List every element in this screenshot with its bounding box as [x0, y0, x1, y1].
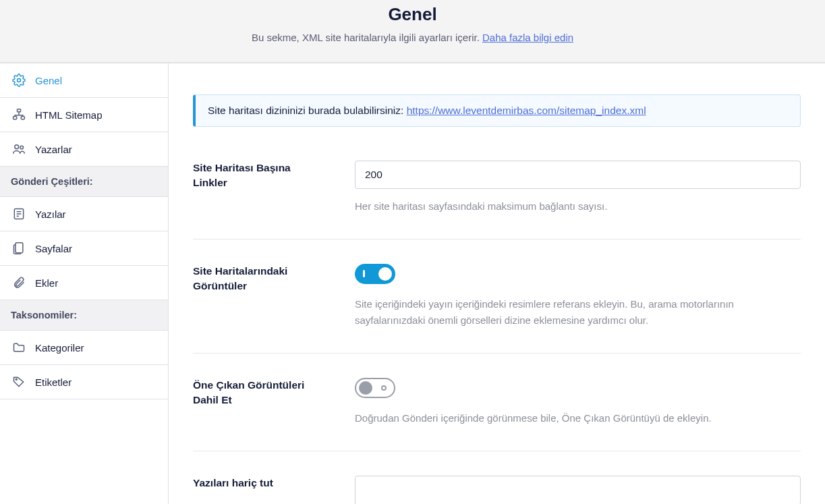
sidebar-item-label: Sayfalar	[35, 243, 72, 254]
setting-label: Öne Çıkan Görüntüleri Dahil Et	[193, 378, 314, 426]
page-title: Genel	[13, 4, 812, 25]
sidebar-item-authors[interactable]: Yazarlar	[0, 132, 168, 167]
sidebar-item-label: Yazılar	[35, 208, 66, 220]
sidebar-item-general[interactable]: Genel	[0, 63, 168, 98]
sidebar-item-categories[interactable]: Kategoriler	[0, 331, 168, 365]
sidebar: Genel HTML Sitemap Yazarlar Gönderi Çeşi…	[0, 63, 169, 504]
links-per-sitemap-input[interactable]	[355, 161, 801, 189]
svg-rect-1	[18, 109, 21, 112]
setting-exclude-posts: Yazıları hariç tut	[193, 476, 801, 504]
svg-point-5	[20, 146, 24, 149]
page-header: Genel Bu sekme, XML site haritalarıyla i…	[0, 0, 825, 63]
sidebar-item-label: Yazarlar	[35, 144, 72, 155]
sidebar-item-posts[interactable]: Yazılar	[0, 197, 168, 231]
sidebar-item-label: HTML Sitemap	[35, 109, 102, 121]
folder-icon	[12, 341, 26, 354]
sidebar-item-pages[interactable]: Sayfalar	[0, 231, 168, 266]
sidebar-item-label: Etiketler	[35, 376, 72, 388]
sidebar-item-html-sitemap[interactable]: HTML Sitemap	[0, 98, 168, 132]
sidebar-item-attachments[interactable]: Ekler	[0, 266, 168, 300]
sidebar-header-taxonomies: Taksonomiler:	[0, 300, 168, 331]
sidebar-header-post-types: Gönderi Çeşitleri:	[0, 167, 168, 197]
tag-icon	[12, 375, 26, 389]
setting-links-per-sitemap: Site Haritası Başına Linkler Her site ha…	[193, 161, 801, 240]
setting-desc: Site içeriğindeki yayın içeriğindeki res…	[355, 296, 801, 329]
featured-images-toggle[interactable]	[355, 378, 395, 398]
sitemap-icon	[12, 108, 26, 121]
setting-sitemap-images: Site Haritalarındaki Görüntüler Site içe…	[193, 264, 801, 354]
attachment-icon	[12, 276, 26, 289]
svg-rect-3	[21, 117, 24, 119]
exclude-posts-input[interactable]	[355, 476, 801, 504]
setting-label: Site Haritası Başına Linkler	[193, 161, 314, 215]
sitemap-images-toggle[interactable]	[355, 264, 395, 284]
sidebar-item-label: Genel	[35, 75, 62, 86]
setting-label: Yazıları hariç tut	[193, 476, 314, 504]
sitemap-url-link[interactable]: https://www.leventdemirbas.com/sitemap_i…	[407, 105, 646, 116]
authors-icon	[12, 142, 26, 156]
sidebar-item-label: Kategoriler	[35, 342, 84, 354]
gear-icon	[12, 74, 26, 87]
setting-desc: Doğrudan Gönderi içeriğinde görünmese bi…	[355, 410, 801, 426]
page-subtitle: Bu sekme, XML site haritalarıyla ilgili …	[13, 32, 812, 43]
sidebar-item-label: Ekler	[35, 277, 58, 289]
posts-icon	[12, 207, 26, 221]
setting-desc: Her site haritası sayfasındaki maksimum …	[355, 198, 801, 215]
learn-more-link[interactable]: Daha fazla bilgi edin	[482, 32, 573, 43]
pages-icon	[12, 242, 26, 255]
svg-point-4	[15, 145, 19, 149]
svg-point-11	[16, 379, 17, 380]
setting-featured-images: Öne Çıkan Görüntüleri Dahil Et Doğrudan …	[193, 378, 801, 451]
svg-rect-2	[13, 117, 17, 119]
content: Site haritası dizininizi burada bulabili…	[169, 63, 825, 504]
svg-point-0	[18, 79, 21, 82]
sidebar-item-tags[interactable]: Etiketler	[0, 365, 168, 399]
setting-label: Site Haritalarındaki Görüntüler	[193, 264, 314, 329]
sitemap-notice: Site haritası dizininizi burada bulabili…	[193, 94, 801, 127]
svg-rect-10	[16, 243, 23, 253]
